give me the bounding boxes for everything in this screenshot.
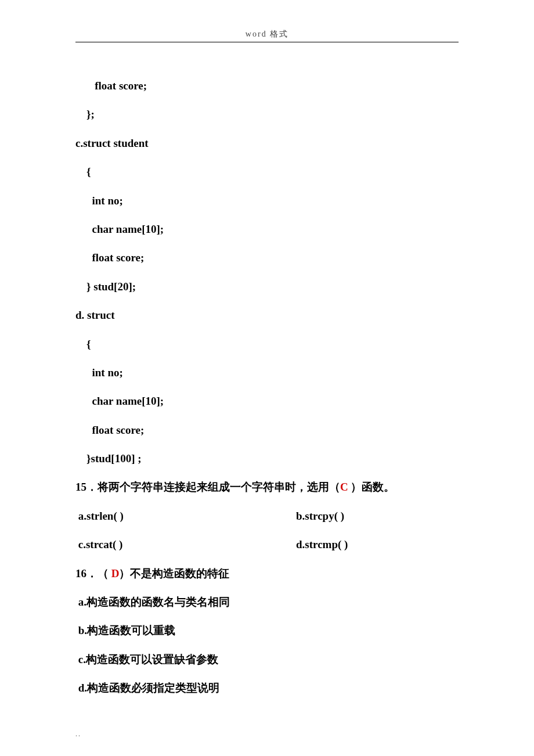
code-line: float score; [75,416,459,444]
q16-prefix: 16．（ [75,567,111,579]
q15-suffix: ）函数。 [351,481,395,493]
q15-option-a: a.strlen( ) [75,502,296,530]
q15-prefix: 15．将两个字符串连接起来组成一个字符串时，选用（ [75,481,340,493]
code-line: int no; [75,186,459,215]
q15-options-row1: a.strlen( ) b.strcpy( ) [75,502,459,530]
q15-option-c: c.strcat( ) [75,530,296,559]
code-line: char name[10]; [75,387,459,415]
document-body: float score; }; c.struct student { int n… [75,71,459,703]
q16-option-a: a.构造函数的函数名与类名相同 [75,588,459,616]
question-16: 16．（ D）不是构造函数的特征 [75,559,459,588]
q16-suffix: ）不是构造函数的特征 [119,567,229,579]
q15-options-row2: c.strcat( ) d.strcmp( ) [75,530,459,559]
question-15: 15．将两个字符串连接起来组成一个字符串时，选用（C ）函数。 [75,473,459,501]
page-header: word 格式 [75,29,459,42]
code-line: float score; [75,71,459,100]
code-line: { [75,157,459,186]
q15-option-d: d.strcmp( ) [296,530,348,559]
q15-option-b: b.strcpy( ) [296,502,344,530]
code-line: int no; [75,358,459,387]
q16-option-b: b.构造函数可以重载 [75,616,459,645]
page-footer: .. [75,730,81,739]
q16-option-c: c.构造函数可以设置缺省参数 [75,645,459,674]
code-line: c.struct student [75,129,459,157]
code-line: d. struct [75,301,459,329]
q16-answer: D [111,567,120,579]
code-line: }; [75,100,459,128]
code-line: { [75,330,459,358]
code-line: }stud[100] ; [75,444,459,473]
q15-answer: C [340,481,351,493]
page: word 格式 float score; }; c.struct student… [0,0,534,756]
code-line: } stud[20]; [75,272,459,301]
code-line: float score; [75,243,459,272]
code-line: char name[10]; [75,215,459,243]
q16-option-d: d.构造函数必须指定类型说明 [75,674,459,702]
